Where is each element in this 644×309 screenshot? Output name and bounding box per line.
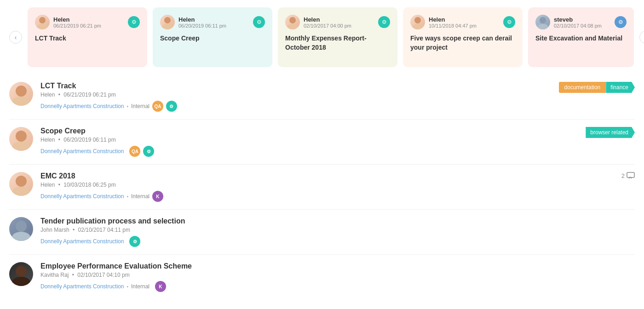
card-title-1: LCT Track — [35, 34, 140, 43]
badge-qa-scope: QA — [129, 146, 140, 157]
svg-point-12 — [16, 131, 27, 142]
card-avatar-helen-4 — [410, 15, 425, 29]
card-scope-creep[interactable]: Helen 06/20/2019 06:11 pm ⚙ Scope Creep — [153, 7, 272, 67]
badge-qa-lct: QA — [152, 101, 163, 112]
list-footer-employee: Donnelly Apartments Construction • Inter… — [40, 281, 635, 292]
svg-point-3 — [162, 24, 173, 29]
svg-point-11 — [12, 97, 30, 106]
cards-section: ‹ Helen 06/21/2019 06:21 pm ⚙ LCT Track — [0, 0, 644, 74]
list-project-link-emc[interactable]: Donnelly Apartments Construction — [40, 193, 124, 200]
list-content-tender: Tender publication process and selection… — [40, 217, 635, 247]
card-user-date-1: 06/21/2019 06:21 pm — [53, 23, 101, 29]
list-avatar-john — [9, 217, 33, 241]
list-author-lct: Helen — [40, 92, 55, 98]
list-date-emc: 10/03/2018 06:25 pm — [63, 182, 115, 188]
card-avatar-steveb — [535, 15, 550, 29]
list-item-employee-perf: Employee Performance Evaluation Scheme K… — [9, 255, 635, 299]
list-tags-lct: documentation finance — [559, 82, 635, 93]
card-icon-4: ⚙ — [503, 16, 515, 28]
svg-point-7 — [412, 24, 423, 29]
svg-point-6 — [414, 17, 421, 23]
card-user-helen-3: Helen 02/10/2017 04:00 pm — [285, 15, 351, 29]
card-user-steveb: steveb 02/10/2017 04:08 pm — [535, 15, 602, 29]
card-title-3: Monthly Expenses Report- October 2018 — [285, 34, 390, 52]
tag-browser-related: browser related — [586, 127, 635, 138]
card-user-helen-2: Helen 06/20/2019 06:11 pm — [160, 15, 226, 29]
list-meta-emc: Helen • 10/03/2018 06:25 pm — [40, 182, 621, 188]
card-lct-track[interactable]: Helen 06/21/2019 06:21 pm ⚙ LCT Track — [28, 7, 147, 67]
card-avatar-helen-2 — [160, 15, 175, 29]
list-title-lct: LCT Track — [40, 82, 559, 90]
card-user-date-4: 10/11/2018 04:47 pm — [429, 23, 477, 29]
list-footer-emc: Donnelly Apartments Construction • Inter… — [40, 191, 621, 202]
list-project-link-tender[interactable]: Donnelly Apartments Construction — [40, 238, 124, 245]
left-nav-arrow[interactable]: ‹ — [9, 31, 22, 44]
card-title-4: Five ways scope creep can derail your pr… — [410, 34, 515, 52]
list-author-employee: Kavitha Raj — [40, 272, 69, 278]
svg-point-10 — [16, 86, 27, 97]
svg-point-18 — [12, 232, 30, 241]
page: ‹ Helen 06/21/2019 06:21 pm ⚙ LCT Track — [0, 0, 644, 309]
list-project-link-scope[interactable]: Donnelly Apartments Construction — [40, 148, 124, 154]
badge-green-lct: ⚙ — [166, 101, 177, 112]
card-user-date-3: 02/10/2017 04:00 pm — [304, 23, 351, 29]
card-site-excavation[interactable]: steveb 02/10/2017 04:08 pm ⚙ Site Excava… — [528, 7, 634, 67]
svg-point-15 — [12, 187, 30, 196]
list-project-link-employee[interactable]: Donnelly Apartments Construction — [40, 283, 124, 290]
list-avatar-helen-1 — [9, 82, 33, 106]
card-user-name-2: Helen — [178, 16, 226, 23]
list-date-tender: 02/10/2017 04:11 pm — [78, 227, 130, 233]
list-visibility-lct: Internal — [131, 103, 150, 109]
list-footer-scope: Donnelly Apartments Construction QA ⚙ — [40, 146, 586, 157]
svg-point-0 — [39, 17, 46, 23]
list-content-scope: Scope Creep Helen • 06/20/2019 06:11 pm … — [40, 127, 586, 157]
list-meta-scope: Helen • 06/20/2019 06:11 pm — [40, 137, 586, 143]
svg-point-8 — [540, 17, 546, 23]
list-title-emc: EMC 2018 — [40, 172, 621, 180]
card-icon-1: ⚙ — [128, 16, 140, 28]
svg-point-20 — [12, 277, 30, 286]
card-icon-2: ⚙ — [253, 16, 265, 28]
tag-documentation: documentation — [559, 82, 606, 93]
card-user-date-2: 06/20/2019 06:11 pm — [178, 23, 226, 29]
list-item-emc-2018: EMC 2018 Helen • 10/03/2018 06:25 pm Don… — [9, 165, 635, 210]
card-user-name-5: steveb — [554, 16, 602, 23]
card-monthly-expenses[interactable]: Helen 02/10/2017 04:00 pm ⚙ Monthly Expe… — [278, 7, 397, 67]
list-section: LCT Track Helen • 06/21/2019 06:21 pm Do… — [0, 74, 644, 299]
list-item-scope-creep: Scope Creep Helen • 06/20/2019 06:11 pm … — [9, 120, 635, 165]
card-title-2: Scope Creep — [160, 34, 265, 43]
list-avatar-helen-3 — [9, 172, 33, 196]
card-five-ways[interactable]: Helen 10/11/2018 04:47 pm ⚙ Five ways sc… — [403, 7, 523, 67]
list-avatar-helen-2 — [9, 127, 33, 151]
list-visibility-emc: Internal — [131, 193, 150, 200]
list-tags-scope: browser related — [586, 127, 635, 138]
card-icon-3: ⚙ — [378, 16, 390, 28]
list-item-tender: Tender publication process and selection… — [9, 210, 635, 255]
list-meta-lct: Helen • 06/21/2019 06:21 pm — [40, 92, 559, 98]
comment-count-emc: 2 — [621, 172, 635, 179]
badge-purple-emc: K — [152, 191, 163, 202]
card-user-name-3: Helen — [304, 16, 351, 23]
right-nav-arrow[interactable]: › — [639, 31, 644, 44]
list-content-lct: LCT Track Helen • 06/21/2019 06:21 pm Do… — [40, 82, 559, 112]
svg-point-4 — [289, 17, 296, 23]
card-user-date-5: 02/10/2017 04:08 pm — [554, 23, 602, 29]
list-meta-employee: Kavitha Raj • 02/10/2017 04:10 pm — [40, 272, 635, 278]
list-title-employee: Employee Performance Evaluation Scheme — [40, 262, 635, 270]
tag-finance: finance — [606, 82, 635, 93]
card-icon-5: ⚙ — [615, 16, 627, 28]
list-content-employee: Employee Performance Evaluation Scheme K… — [40, 262, 635, 292]
list-date-scope: 06/20/2019 06:11 pm — [63, 137, 115, 143]
svg-point-5 — [287, 24, 298, 29]
list-content-emc: EMC 2018 Helen • 10/03/2018 06:25 pm Don… — [40, 172, 621, 202]
svg-point-13 — [12, 142, 30, 151]
svg-point-2 — [164, 17, 171, 23]
card-title-5: Site Excavation and Material — [535, 34, 627, 43]
card-avatar-helen-3 — [285, 15, 300, 29]
list-visibility-employee: Internal — [131, 283, 150, 290]
card-avatar-helen-1 — [35, 15, 50, 29]
list-title-tender: Tender publication process and selection — [40, 217, 635, 225]
list-author-emc: Helen — [40, 182, 55, 188]
list-title-scope: Scope Creep — [40, 127, 586, 135]
list-project-link-lct[interactable]: Donnelly Apartments Construction — [40, 103, 124, 109]
